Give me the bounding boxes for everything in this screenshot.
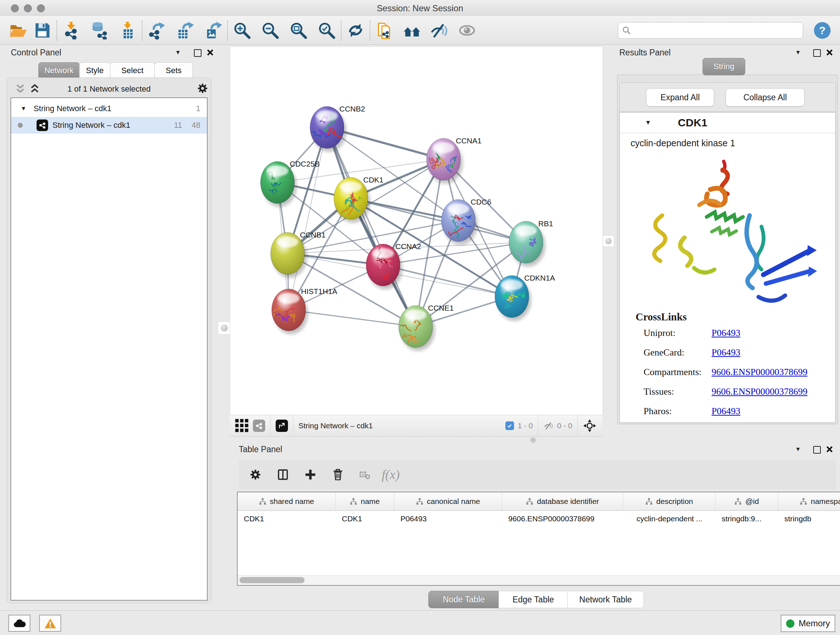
column-header-database-identifier[interactable]: database identifier — [502, 492, 623, 511]
tab-string[interactable]: String — [703, 58, 745, 75]
network-row-selected[interactable]: String Network – cdk1 11 48 — [11, 117, 207, 134]
export-network-button[interactable] — [147, 21, 166, 40]
network-node-ccna2[interactable] — [366, 244, 402, 289]
memory-button[interactable]: Memory — [781, 615, 835, 632]
table-cell[interactable]: cyclin-dependent ... — [623, 511, 715, 527]
collapse-all-button[interactable]: Collapse All — [726, 88, 805, 106]
zoom-fit-button[interactable] — [289, 21, 308, 40]
search-box[interactable] — [618, 22, 803, 39]
column-header-id[interactable]: @id — [715, 492, 778, 511]
right-splitter-handle[interactable] — [603, 235, 614, 247]
network-canvas[interactable]: CCNB2CCNA1CDC25BCDK1CDC6RB1CCNB1CCNA2CDK… — [230, 47, 603, 415]
node-table[interactable]: shared name name canonical name database… — [237, 492, 840, 586]
export-image-button[interactable] — [203, 21, 223, 40]
column-header-description[interactable]: description — [623, 492, 715, 511]
tab-network-table[interactable]: Network Table — [567, 591, 644, 608]
table-panel-float-button[interactable] — [813, 446, 821, 454]
selected-checkbox-icon[interactable] — [505, 421, 514, 430]
show-panels-button[interactable] — [402, 21, 422, 40]
scrollbar-thumb[interactable] — [240, 577, 305, 583]
tab-network[interactable]: Network — [38, 62, 80, 79]
add-column-button[interactable] — [299, 463, 322, 486]
birdseye-crosshair-button[interactable] — [583, 419, 597, 432]
expand-all-button[interactable]: Expand All — [646, 88, 714, 106]
control-panel-menu-button[interactable]: ▼ — [175, 49, 181, 56]
export-table-button[interactable] — [175, 21, 195, 40]
network-node-hist1h1a[interactable] — [272, 289, 308, 334]
table-cell[interactable]: P06493 — [394, 511, 502, 527]
import-network-database-button[interactable] — [90, 21, 109, 40]
crosslink-uniprot-link[interactable]: P06493 — [712, 328, 740, 339]
network-node-cdkn1a[interactable] — [495, 276, 531, 321]
column-header-namespace[interactable]: namespace — [778, 492, 840, 511]
table-panel-menu-button[interactable]: ▼ — [795, 446, 801, 453]
table-cell[interactable]: 9606.ENSP00000378699 — [502, 511, 623, 527]
gene-header-row[interactable]: ▼ CDK1 — [620, 112, 835, 133]
crosslink-pharos-link[interactable]: P06493 — [712, 406, 740, 417]
network-node-cdc6[interactable] — [441, 200, 477, 245]
table-cell[interactable]: CDK1 — [336, 511, 394, 527]
results-panel-float-button[interactable] — [813, 49, 821, 57]
tab-style[interactable]: Style — [79, 62, 111, 79]
network-node-ccne1[interactable] — [397, 306, 435, 351]
tab-edge-table[interactable]: Edge Table — [499, 591, 568, 608]
cloud-status-button[interactable] — [8, 615, 30, 632]
network-node-ccnb1[interactable] — [271, 233, 307, 278]
zoom-in-button[interactable] — [232, 21, 252, 40]
open-session-button[interactable] — [8, 21, 27, 40]
import-table-button[interactable] — [118, 21, 137, 40]
paste-network-button[interactable] — [375, 21, 394, 40]
control-panel-float-button[interactable] — [194, 49, 202, 57]
left-splitter-handle[interactable] — [218, 321, 231, 334]
help-button[interactable]: ? — [814, 22, 831, 39]
tab-select[interactable]: Select — [110, 62, 155, 79]
zoom-out-button[interactable] — [261, 21, 280, 40]
selected-counts: 1 - 0 — [518, 421, 533, 430]
crosslink-compartments-link[interactable]: 9606.ENSP00000378699 — [712, 367, 807, 378]
hide-selected-button[interactable] — [430, 21, 449, 40]
table-panel-close-button[interactable] — [826, 445, 834, 453]
collection-expand-icon[interactable]: ▼ — [21, 105, 27, 112]
tab-sets[interactable]: Sets — [155, 62, 193, 79]
detach-view-button[interactable] — [276, 420, 288, 432]
table-cell[interactable]: stringdb — [778, 511, 840, 527]
hidden-eye-slash-icon[interactable] — [543, 421, 554, 431]
network-collection-row[interactable]: ▼ String Network – cdk1 1 — [11, 100, 207, 117]
table-horizontal-scrollbar[interactable] — [238, 575, 840, 585]
network-graph[interactable]: CCNB2CCNA1CDC25BCDK1CDC6RB1CCNB1CCNA2CDK… — [230, 47, 603, 415]
results-panel-menu-button[interactable]: ▼ — [795, 49, 801, 56]
network-node-ccna1[interactable] — [426, 138, 463, 184]
delete-column-button[interactable] — [326, 463, 349, 486]
refresh-button[interactable] — [346, 21, 365, 40]
column-header-name[interactable]: name — [336, 492, 394, 511]
table-settings-button[interactable] — [244, 463, 267, 486]
zoom-selected-button[interactable] — [317, 21, 336, 40]
export-image-icon — [204, 21, 222, 40]
control-panel-close-button[interactable] — [206, 49, 214, 57]
save-session-button[interactable] — [33, 21, 52, 40]
main-toolbar: ? — [0, 16, 840, 45]
bottom-splitter-handle[interactable] — [531, 437, 536, 443]
tab-node-table[interactable]: Node Table — [428, 591, 499, 608]
network-options-gear-button[interactable] — [196, 82, 209, 95]
network-view-type-button[interactable] — [253, 420, 265, 432]
warnings-button[interactable] — [39, 615, 61, 632]
table-cell[interactable]: stringdb:9... — [715, 511, 778, 527]
show-all-button[interactable] — [457, 21, 477, 40]
network-panel-body: 1 of 1 Network selected ▼ String Network… — [6, 78, 212, 603]
table-cell[interactable]: CDK1 — [238, 511, 336, 527]
warning-icon — [44, 618, 57, 629]
search-input[interactable] — [631, 24, 799, 37]
results-panel-close-button[interactable] — [826, 49, 834, 57]
column-header-canonical-name[interactable]: canonical name — [394, 492, 502, 511]
gene-collapse-icon[interactable]: ▼ — [645, 119, 651, 126]
network-node-rb1[interactable] — [509, 221, 545, 266]
grid-view-button[interactable] — [235, 416, 249, 435]
import-network-file-button[interactable] — [62, 21, 81, 40]
crosslink-tissues-link[interactable]: 9606.ENSP00000378699 — [712, 386, 807, 397]
column-header-shared-name[interactable]: shared name — [238, 492, 336, 511]
network-node-ccnb2[interactable] — [310, 106, 346, 152]
crosslink-genecard-link[interactable]: P06493 — [712, 347, 740, 358]
show-columns-button[interactable] — [271, 463, 294, 486]
network-node-cdk1[interactable] — [334, 177, 370, 223]
